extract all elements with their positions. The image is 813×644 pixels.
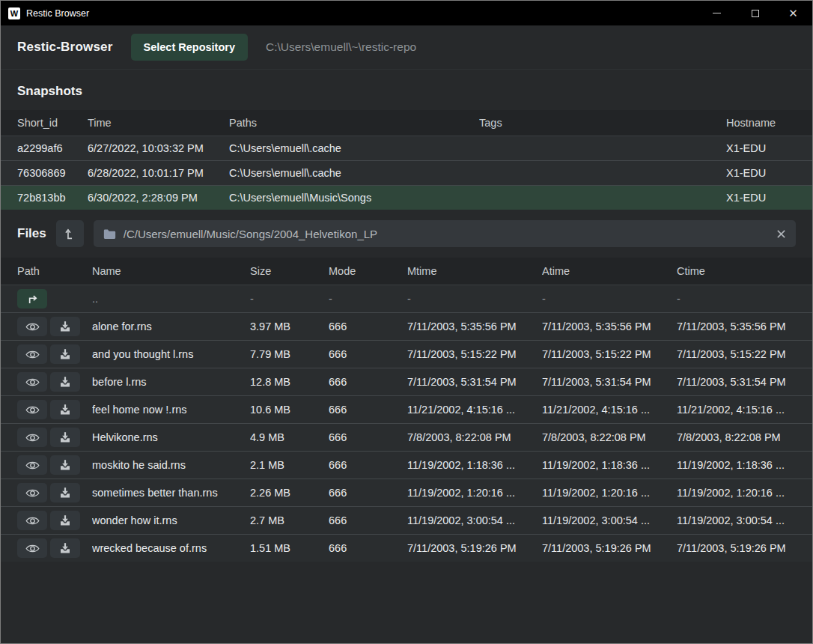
download-file-button[interactable] — [50, 455, 80, 475]
file-row: wonder how it.rns2.7 MB66611/19/2002, 3:… — [1, 506, 812, 534]
files-section-title: Files — [17, 226, 46, 241]
file-mtime: 7/11/2003, 5:15:22 PM — [407, 348, 542, 360]
file-row: alone for.rns3.97 MB6667/11/2003, 5:35:5… — [1, 312, 812, 340]
file-ctime: 7/11/2003, 5:15:22 PM — [677, 348, 796, 360]
file-mode: 666 — [329, 542, 407, 554]
download-file-button[interactable] — [50, 538, 80, 558]
file-size: 2.26 MB — [250, 487, 329, 499]
file-row: sometimes better than.rns2.26 MB66611/19… — [1, 479, 812, 506]
go-parent-button[interactable] — [17, 289, 47, 309]
download-icon — [59, 542, 71, 554]
snapshots-col-shortid: Short_id — [17, 117, 88, 129]
file-atime: 7/11/2003, 5:35:56 PM — [542, 321, 677, 332]
file-actions — [17, 428, 92, 447]
file-ctime: - — [677, 293, 796, 305]
parent-dir-actions — [17, 289, 92, 309]
file-mtime: 11/19/2002, 1:18:36 ... — [407, 459, 542, 471]
files-table-body: ..----- alone for.rns3.97 MB6667/11/2003… — [1, 285, 812, 562]
file-mode: 666 — [329, 431, 407, 443]
window-controls: ✕ — [698, 1, 812, 25]
file-name: wrecked because of.rns — [92, 542, 250, 554]
files-table-header: Path Name Size Mode Mtime Atime Ctime — [1, 258, 812, 285]
file-atime: 7/11/2003, 5:15:22 PM — [542, 348, 677, 360]
files-col-mode: Mode — [329, 265, 407, 277]
preview-file-button[interactable] — [17, 317, 47, 336]
snapshot-row[interactable]: 72b813bb6/30/2022, 2:28:09 PMC:\Users\em… — [1, 185, 812, 210]
files-bar: Files /C/Users/emuell/Music/Songs/2004_H… — [17, 220, 796, 247]
eye-icon — [25, 515, 40, 526]
snapshot-short-id: 72b813bb — [17, 192, 88, 204]
file-size: 3.97 MB — [250, 321, 329, 332]
app-name: Restic-Browser — [17, 40, 113, 55]
file-ctime: 11/19/2002, 1:20:16 ... — [677, 487, 796, 499]
files-col-mtime: Mtime — [407, 265, 542, 277]
preview-file-button[interactable] — [17, 455, 47, 475]
file-row: before l.rns12.8 MB6667/11/2003, 5:31:54… — [1, 368, 812, 395]
preview-file-button[interactable] — [17, 538, 47, 558]
snapshot-hostname: X1-EDU — [726, 142, 796, 154]
eye-icon — [25, 543, 40, 554]
minimize-button[interactable] — [698, 1, 736, 25]
file-name: wonder how it.rns — [92, 514, 250, 526]
file-name: Helvikone.rns — [92, 431, 250, 443]
file-actions — [17, 455, 92, 475]
file-size: 2.7 MB — [250, 514, 329, 526]
clear-path-button[interactable] — [776, 229, 786, 239]
download-file-button[interactable] — [50, 483, 80, 502]
file-name: sometimes better than.rns — [92, 487, 250, 499]
eye-icon — [25, 321, 40, 332]
snapshot-row[interactable]: 763068696/28/2022, 10:01:17 PMC:\Users\e… — [1, 160, 812, 185]
file-atime: 11/19/2002, 3:00:54 ... — [542, 514, 677, 526]
file-name: feel home now !.rns — [92, 404, 250, 416]
folder-icon — [103, 228, 116, 240]
files-path-input[interactable]: /C/Users/emuell/Music/Songs/2004_Helveti… — [94, 220, 796, 247]
snapshot-row[interactable]: a2299af66/27/2022, 10:03:32 PMC:\Users\e… — [1, 136, 812, 160]
preview-file-button[interactable] — [17, 372, 47, 392]
file-mode: 666 — [329, 321, 407, 332]
preview-file-button[interactable] — [17, 428, 47, 447]
file-mode: 666 — [329, 487, 407, 499]
file-name: .. — [92, 293, 250, 305]
parent-dir-row[interactable]: ..----- — [1, 285, 812, 312]
snapshot-short-id: a2299af6 — [17, 142, 88, 154]
file-name: and you thought l.rns — [92, 348, 250, 360]
file-row: feel home now !.rns10.6 MB66611/21/2002,… — [1, 395, 812, 423]
file-row: wrecked because of.rns1.51 MB6667/11/200… — [1, 534, 812, 562]
file-atime: 7/11/2003, 5:31:54 PM — [542, 376, 677, 388]
go-root-button[interactable] — [56, 220, 84, 247]
files-col-ctime: Ctime — [677, 265, 796, 277]
file-actions — [17, 317, 92, 336]
download-file-button[interactable] — [50, 428, 80, 447]
preview-file-button[interactable] — [17, 344, 47, 364]
restic-browser-window: W Restic Browser ✕ Restic-Browser Select… — [0, 0, 813, 644]
maximize-button[interactable] — [736, 1, 774, 25]
download-file-button[interactable] — [50, 400, 80, 419]
download-file-button[interactable] — [50, 372, 80, 392]
snapshots-col-tags: Tags — [479, 117, 726, 129]
file-ctime: 7/8/2003, 8:22:08 PM — [677, 431, 796, 443]
file-size: 10.6 MB — [250, 404, 329, 416]
file-row: moskito he said.rns2.1 MB66611/19/2002, … — [1, 451, 812, 479]
snapshots-section-title: Snapshots — [17, 84, 796, 99]
download-file-button[interactable] — [50, 344, 80, 364]
file-actions — [17, 372, 92, 392]
close-icon: ✕ — [788, 7, 798, 19]
select-repository-button[interactable]: Select Repository — [131, 34, 249, 61]
file-name: moskito he said.rns — [92, 459, 250, 471]
file-size: 1.51 MB — [250, 542, 329, 554]
download-icon — [59, 321, 71, 332]
download-file-button[interactable] — [50, 511, 80, 530]
close-button[interactable]: ✕ — [774, 1, 812, 25]
preview-file-button[interactable] — [17, 511, 47, 530]
files-col-atime: Atime — [542, 265, 677, 277]
snapshots-col-time: Time — [88, 117, 229, 129]
file-atime: 11/19/2002, 1:18:36 ... — [542, 459, 677, 471]
preview-file-button[interactable] — [17, 483, 47, 502]
files-path-value: /C/Users/emuell/Music/Songs/2004_Helveti… — [124, 228, 769, 240]
snapshots-table-header: Short_id Time Paths Tags Hostname — [1, 110, 812, 136]
eye-icon — [25, 377, 40, 388]
preview-file-button[interactable] — [17, 400, 47, 419]
download-icon — [59, 487, 71, 499]
download-file-button[interactable] — [50, 317, 80, 336]
snapshot-time: 6/27/2022, 10:03:32 PM — [88, 142, 229, 154]
